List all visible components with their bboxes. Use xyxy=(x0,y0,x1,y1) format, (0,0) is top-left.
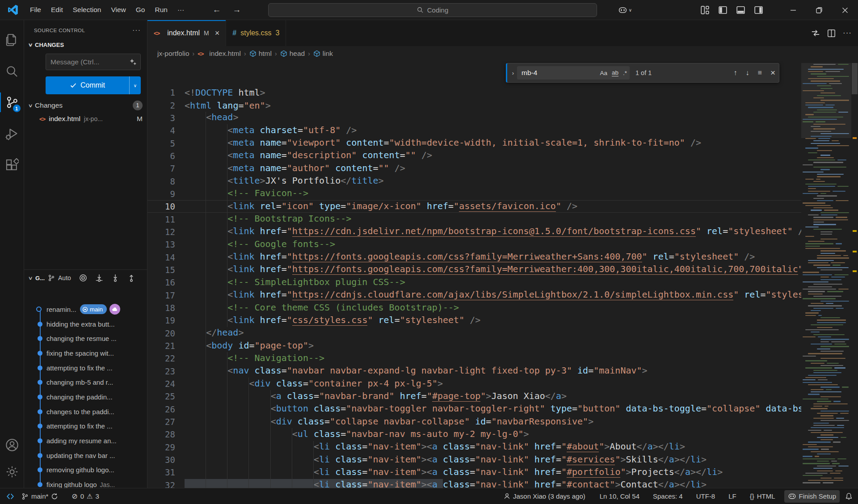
match-case-icon[interactable]: Aa xyxy=(600,70,607,76)
find-previous-icon[interactable]: ↑ xyxy=(734,69,737,77)
extensions-icon[interactable] xyxy=(0,151,24,178)
code-line[interactable]: 21<body id="page-top"> xyxy=(147,340,858,352)
fetch-icon[interactable] xyxy=(95,274,103,282)
code-line[interactable]: 4<meta charset="utf-8" /> xyxy=(147,124,858,137)
command-center-search[interactable]: Coding xyxy=(268,3,597,17)
code-line[interactable]: 17<link href="https://cdnjs.cloudflare.c… xyxy=(147,289,858,302)
accounts-icon[interactable] xyxy=(0,432,24,458)
history-back-icon[interactable]: ← xyxy=(212,5,221,15)
blame-author[interactable]: Jason Xiao (3 days ago) xyxy=(500,490,589,503)
menu-view[interactable]: View xyxy=(106,3,130,17)
changed-file-row[interactable]: <> index.html jx-po... M xyxy=(39,115,143,123)
remote-indicator[interactable] xyxy=(3,490,18,503)
commit-item[interactable]: changing mb-5 and r... xyxy=(24,375,147,390)
close-find-icon[interactable]: × xyxy=(770,68,775,78)
changes-section-header[interactable]: ∨ CHANGES xyxy=(29,42,147,48)
breadcrumb-folder[interactable]: jx-portfolio xyxy=(157,50,189,58)
window-minimize-button[interactable] xyxy=(780,0,806,20)
regex-icon[interactable]: .* xyxy=(623,70,627,76)
toggle-sidebar-icon[interactable] xyxy=(716,4,729,17)
menu-file[interactable]: File xyxy=(25,3,46,17)
code-line[interactable]: 24<div class="container px-4 px-lg-5"> xyxy=(147,378,858,390)
toggle-replace-icon[interactable]: › xyxy=(509,70,517,76)
code-line[interactable]: 30<li class="nav-item"><a class="nav-lin… xyxy=(147,454,858,466)
code-line[interactable]: 10<link rel="icon" type="image/x-icon" h… xyxy=(147,200,858,213)
code-line[interactable]: 14<link href="https://fonts.googleapis.c… xyxy=(147,251,858,263)
code-line[interactable]: 8<title>JX's Portfolio</title> xyxy=(147,175,858,187)
code-line[interactable]: 5<meta name="viewport" content="width=de… xyxy=(147,137,858,149)
source-control-view-icon[interactable]: 1 xyxy=(0,89,24,116)
code-line[interactable]: 28<ul class="navbar-nav ms-auto my-2 my-… xyxy=(147,428,858,441)
commit-item[interactable]: changing the resmue ... xyxy=(24,331,147,346)
cursor-position[interactable]: Ln 10, Col 54 xyxy=(596,490,643,503)
menu-go[interactable]: Go xyxy=(131,3,150,17)
minimap[interactable] xyxy=(801,61,851,488)
menu-more[interactable]: ··· xyxy=(172,3,189,17)
code-editor[interactable]: 1<!DOCTYPE html>2<html lang="en">3<head>… xyxy=(147,61,858,488)
code-line[interactable]: 18<!-- Core theme CSS (includes Bootstra… xyxy=(147,302,858,314)
find-in-selection-icon[interactable]: ≡ xyxy=(758,69,762,77)
code-line[interactable]: 7<meta name="author" content="" /> xyxy=(147,162,858,175)
find-input[interactable]: mb-4 Aa ab .* xyxy=(517,66,630,80)
code-line[interactable]: 16<!-- SimpleLightbox plugin CSS--> xyxy=(147,276,858,289)
commit-item[interactable]: removing github logo... xyxy=(24,463,147,478)
commit-message-input[interactable]: Message (Ctrl... xyxy=(46,54,141,70)
eol-sequence[interactable]: LF xyxy=(725,490,740,503)
changes-tree-header[interactable]: ∨ Changes 1 xyxy=(29,101,143,110)
code-line[interactable]: 12<link href="https://cdn.jsdelivr.net/n… xyxy=(147,226,858,238)
breadcrumb-file[interactable]: <>index.html xyxy=(198,50,241,58)
code-line[interactable]: 26<button class="navbar-toggler navbar-t… xyxy=(147,403,858,416)
code-line[interactable]: 25<a class="navbar-brand" href="#page-to… xyxy=(147,390,858,403)
toggle-panel-icon[interactable] xyxy=(734,4,747,17)
settings-gear-icon[interactable] xyxy=(0,458,24,485)
notifications-bell[interactable] xyxy=(841,490,854,503)
commit-item[interactable]: fixing github logoJas... xyxy=(24,477,147,488)
commit-item[interactable]: renamin...main xyxy=(24,302,147,317)
encoding[interactable]: UTF-8 xyxy=(693,490,719,503)
branch-status[interactable]: main* xyxy=(18,490,62,503)
copilot-finish-setup[interactable]: Finish Setup xyxy=(784,490,840,503)
split-editor-icon[interactable] xyxy=(827,29,836,38)
commit-dropdown-button[interactable]: ∨ xyxy=(129,76,141,94)
commit-item[interactable]: changing the paddin... xyxy=(24,390,147,404)
commit-item[interactable]: changes to the paddi... xyxy=(24,404,147,419)
tab-index-html[interactable]: <> index.html M × xyxy=(147,20,226,46)
commit-item[interactable]: fixing the spacing wit... xyxy=(24,346,147,361)
history-forward-icon[interactable]: → xyxy=(232,5,241,15)
code-line[interactable]: 27<div class="collapse navbar-collapse" … xyxy=(147,416,858,428)
breadcrumb-symbol-html[interactable]: html xyxy=(249,50,272,58)
commit-item[interactable]: hidding the extra butt... xyxy=(24,317,147,332)
toggle-secondary-sidebar-icon[interactable] xyxy=(752,4,765,17)
problems-status[interactable]: ⊘ 0 ⚠ 3 xyxy=(68,490,103,503)
code-line[interactable]: 11<!-- Bootstrap Icons--> xyxy=(147,213,858,225)
whole-word-icon[interactable]: ab xyxy=(612,69,618,76)
code-line[interactable]: 15<link href="https://fonts.googleapis.c… xyxy=(147,264,858,276)
code-line[interactable]: 2<html lang="en"> xyxy=(147,99,858,111)
code-line[interactable]: 3<head> xyxy=(147,112,858,124)
breadcrumb-symbol-link[interactable]: link xyxy=(313,50,333,58)
menu-edit[interactable]: Edit xyxy=(46,3,68,17)
overview-ruler[interactable] xyxy=(851,61,858,488)
window-close-button[interactable] xyxy=(832,0,858,20)
code-line[interactable]: 31<li class="nav-item"><a class="nav-lin… xyxy=(147,466,858,479)
panel-more-icon[interactable]: ··· xyxy=(132,26,141,34)
indentation[interactable]: Spaces: 4 xyxy=(649,490,686,503)
code-line[interactable]: 13<!-- Google fonts--> xyxy=(147,238,858,251)
code-line[interactable]: 29<li class="nav-item"><a class="nav-lin… xyxy=(147,441,858,454)
run-debug-icon[interactable] xyxy=(0,120,24,147)
code-line[interactable]: 20</head> xyxy=(147,327,858,340)
open-changes-icon[interactable] xyxy=(811,29,820,38)
language-mode[interactable]: {} HTML xyxy=(746,490,779,503)
menu-run[interactable]: Run xyxy=(150,3,172,17)
target-icon[interactable] xyxy=(79,274,87,282)
commit-item[interactable]: updating the nav bar ... xyxy=(24,448,147,463)
commit-item[interactable]: attempting to fix the ... xyxy=(24,419,147,434)
pull-icon[interactable] xyxy=(111,274,119,282)
code-line[interactable]: 9<!-- Favicon--> xyxy=(147,188,858,200)
code-line[interactable]: 23<nav class="navbar navbar-expand-lg na… xyxy=(147,365,858,378)
scrollbar-thumb[interactable] xyxy=(852,63,858,94)
search-view-icon[interactable] xyxy=(0,58,24,84)
menu-selection[interactable]: Selection xyxy=(68,3,106,17)
explorer-icon[interactable] xyxy=(0,26,24,53)
code-line[interactable]: 32<li class="nav-item"><a class="nav-lin… xyxy=(147,479,858,488)
